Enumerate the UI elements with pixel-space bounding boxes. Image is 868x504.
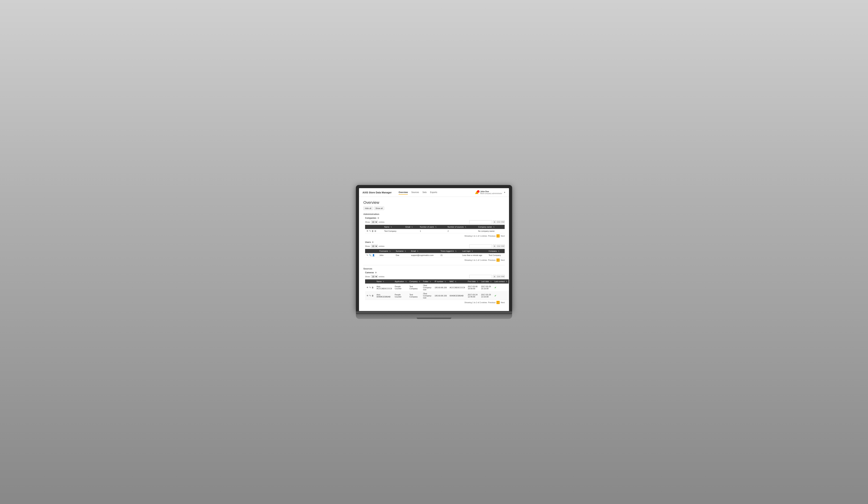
- companies-search-area: ⊞ CSV PDF: [469, 220, 505, 224]
- nav-overview[interactable]: Overview: [399, 190, 408, 194]
- companies-csv-icon[interactable]: CSV: [497, 220, 500, 224]
- companies-col-actions: [365, 225, 383, 229]
- companies-row-users: 1: [418, 229, 446, 233]
- cameras-search-area: ⊞ CSV PDF: [469, 275, 505, 278]
- users-showing: Showing 1 to 1 of 1 entries: [464, 259, 487, 261]
- cameras-col-last-contact[interactable]: Last contact ⇅: [493, 279, 509, 283]
- cameras-col-application[interactable]: Application ⇅: [393, 279, 408, 283]
- users-subsection: Users ⚙ Show 10 25 50 en: [363, 241, 505, 262]
- users-csv-icon[interactable]: CSV: [497, 244, 500, 248]
- users-col-times-logged[interactable]: Times logged in ⇅: [439, 249, 461, 253]
- cameras-table: Name ⇅ Application ⇅ Company: [365, 279, 509, 300]
- control-buttons: Hide all Show all: [363, 206, 505, 210]
- companies-gear-icon[interactable]: ⚙: [378, 217, 379, 219]
- users-pdf-icon[interactable]: PDF: [501, 244, 505, 248]
- cameras-col-company[interactable]: Company ⇅: [408, 279, 422, 283]
- users-edit-icon[interactable]: ✎: [366, 254, 368, 256]
- app-content: Overview Hide all Show all Administratio…: [359, 197, 509, 311]
- users-show-select[interactable]: 10 25 50: [371, 245, 378, 248]
- cameras-page-num[interactable]: 1: [496, 301, 500, 304]
- delete-icon[interactable]: 🗑: [372, 230, 374, 232]
- cam2-view-icon[interactable]: 👁: [366, 294, 369, 297]
- user-dropdown-icon[interactable]: ▼: [504, 191, 506, 193]
- companies-search-input[interactable]: [469, 220, 492, 224]
- users-col-surname[interactable]: Surname ⇅: [394, 249, 410, 253]
- cameras-col-first-date[interactable]: First date ⇅: [466, 279, 480, 283]
- cameras-search-input[interactable]: [469, 275, 492, 278]
- laptop-screen: AXIS Store Data Manager Overview Sources…: [359, 188, 509, 311]
- cam1-view-icon[interactable]: 👁: [366, 286, 369, 289]
- cameras-col-mac[interactable]: MAC ⇅: [448, 279, 466, 283]
- cameras-col-last-date[interactable]: Last date ⇅: [480, 279, 493, 283]
- nav-sources[interactable]: Sources: [411, 190, 419, 194]
- alert-badge[interactable]: 2: [475, 191, 478, 194]
- cam2-edit-icon[interactable]: ✎: [369, 294, 371, 297]
- users-prev-btn[interactable]: Previous: [488, 259, 496, 261]
- users-col-last-login[interactable]: Last login ⇅: [461, 249, 487, 253]
- companies-page-num[interactable]: 1: [496, 234, 500, 238]
- companies-prev-btn[interactable]: Previous: [488, 235, 496, 237]
- cameras-pdf-icon[interactable]: PDF: [501, 275, 505, 278]
- users-col-actions: [365, 249, 378, 253]
- cameras-header: Cameras ⚙: [365, 271, 505, 274]
- companies-col-name[interactable]: Name ⇅: [383, 225, 404, 229]
- cameras-gear-icon[interactable]: ⚙: [375, 272, 377, 274]
- app-nav: Overview Sources Sets Exports: [399, 190, 475, 194]
- app-header: AXIS Store Data Manager Overview Sources…: [359, 188, 509, 197]
- companies-copy-icon[interactable]: ⊞: [493, 220, 496, 224]
- users-search-area: ⊞ CSV PDF: [469, 244, 505, 248]
- screen-bezel: AXIS Store Data Manager Overview Sources…: [356, 185, 512, 311]
- users-entries-label: entries: [379, 245, 384, 247]
- cameras-row2-name: Axis-00408CE5B6AB: [375, 292, 393, 300]
- cameras-row2-status-icon: ✔: [494, 294, 496, 297]
- users-search-icon[interactable]: 🔍: [369, 254, 372, 256]
- companies-row-actions: 👁 ✎ 🗑 ⊞: [365, 229, 383, 233]
- companies-row-sources: 2: [446, 229, 477, 233]
- companies-row-name: Test Company: [383, 229, 404, 233]
- cameras-prev-btn[interactable]: Previous: [488, 301, 496, 303]
- companies-col-owner[interactable]: Company owner ⇅: [477, 225, 505, 229]
- cameras-row2-actions: 👁 ✎ 🗑: [365, 292, 375, 300]
- users-col-email[interactable]: Email ⇅: [410, 249, 439, 253]
- view-icon[interactable]: 👁: [366, 230, 369, 232]
- cam2-delete-icon[interactable]: 🗑: [372, 294, 374, 297]
- cameras-row1-first-date: 2017-03-06 16:00:00: [466, 283, 480, 292]
- cameras-col-name[interactable]: Name ⇅: [375, 279, 393, 283]
- nav-exports[interactable]: Exports: [430, 190, 437, 194]
- cameras-next-btn[interactable]: Next: [501, 301, 505, 303]
- users-col-company[interactable]: Company ⇅: [487, 249, 505, 253]
- cam1-delete-icon[interactable]: 🗑: [372, 286, 374, 289]
- users-user-icon[interactable]: 👤: [372, 254, 375, 256]
- cam1-edit-icon[interactable]: ✎: [369, 286, 371, 289]
- companies-col-sources[interactable]: Number of sources ⇅: [446, 225, 477, 229]
- cameras-col-folder[interactable]: Folder ⇅: [422, 279, 433, 283]
- show-all-button[interactable]: Show all: [374, 206, 384, 210]
- cameras-entries-label: entries: [379, 275, 384, 278]
- cameras-row1-folder: /Test Company-root: [422, 283, 433, 292]
- copy-icon[interactable]: ⊞: [374, 230, 376, 232]
- companies-pdf-icon[interactable]: PDF: [501, 220, 505, 224]
- cameras-col-ip[interactable]: IP number ⇅: [433, 279, 448, 283]
- edit-icon[interactable]: ✎: [369, 230, 371, 232]
- cameras-table-header-row: Name ⇅ Application ⇅ Company: [365, 279, 509, 283]
- companies-show-select[interactable]: 10 25 50: [371, 221, 378, 224]
- cameras-row1-status-icon: ✔: [494, 286, 496, 289]
- users-col-forename[interactable]: Forename ⇅: [378, 249, 394, 253]
- cameras-copy-icon[interactable]: ⊞: [493, 275, 496, 278]
- hide-all-button[interactable]: Hide all: [363, 206, 373, 210]
- users-page-num[interactable]: 1: [496, 259, 500, 262]
- users-gear-icon[interactable]: ⚙: [372, 241, 374, 243]
- companies-next-btn[interactable]: Next: [501, 235, 505, 237]
- nav-sets[interactable]: Sets: [422, 190, 426, 194]
- header-right: 2 John Doe Multi-company administrator ▼: [475, 190, 506, 194]
- cameras-show-select[interactable]: 10 25 50: [371, 275, 378, 278]
- users-copy-icon[interactable]: ⊞: [493, 244, 496, 248]
- app-logo: AXIS Store Data Manager: [362, 191, 392, 194]
- users-next-btn[interactable]: Next: [501, 259, 505, 261]
- cameras-label: Cameras: [365, 271, 374, 274]
- companies-col-email[interactable]: Email ⇅: [404, 225, 418, 229]
- companies-col-users[interactable]: Number of users ⇅: [418, 225, 446, 229]
- users-row-email: support@cognimatics.com: [410, 253, 439, 258]
- users-search-input[interactable]: [469, 244, 492, 248]
- cameras-csv-icon[interactable]: CSV: [497, 275, 500, 278]
